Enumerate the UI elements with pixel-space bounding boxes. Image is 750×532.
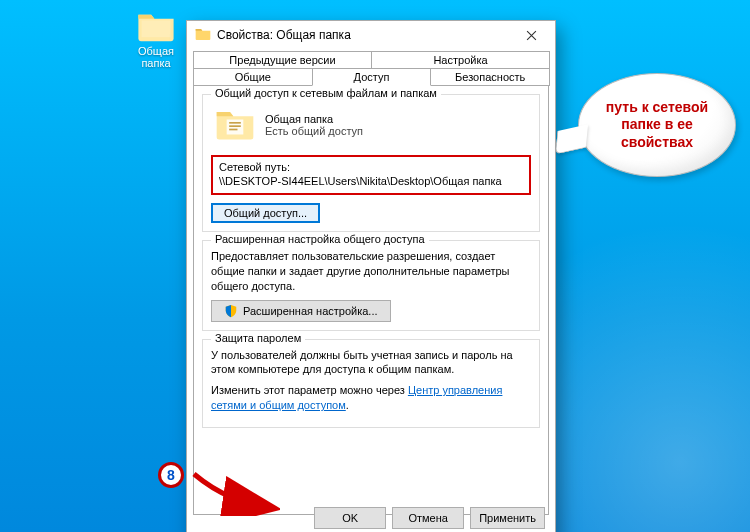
close-button[interactable]	[511, 23, 551, 47]
dialog-title: Свойства: Общая папка	[217, 28, 511, 42]
group-network-share: Общий доступ к сетевым файлам и папкам О…	[202, 94, 540, 232]
advanced-desc: Предоставляет пользовательские разрешени…	[211, 249, 531, 294]
svg-rect-1	[229, 122, 241, 124]
dialog-button-row: OK Отмена Применить	[314, 507, 545, 529]
tab-customize[interactable]: Настройка	[371, 51, 550, 69]
group-legend: Защита паролем	[211, 332, 305, 344]
group-advanced-sharing: Расширенная настройка общего доступа Пре…	[202, 240, 540, 331]
svg-rect-3	[229, 129, 237, 131]
svg-rect-2	[229, 125, 241, 127]
shield-icon	[224, 304, 238, 318]
share-button[interactable]: Общий доступ...	[211, 203, 320, 223]
close-icon	[526, 30, 537, 41]
folder-icon	[195, 27, 211, 43]
dot: .	[346, 399, 349, 411]
callout-text: путь к сетевой папке в ее свойствах	[578, 73, 736, 177]
change-prefix: Изменить этот параметр можно через	[211, 384, 408, 396]
titlebar[interactable]: Свойства: Общая папка	[187, 21, 555, 49]
share-status: Есть общий доступ	[265, 125, 363, 137]
apply-button[interactable]: Применить	[470, 507, 545, 529]
network-path-value[interactable]: \\DESKTOP-SI44EEL\Users\Nikita\Desktop\О…	[219, 175, 523, 187]
desktop-folder-label: Общая папка	[126, 45, 186, 69]
tab-sharing[interactable]: Доступ	[312, 68, 432, 86]
folder-icon	[136, 10, 176, 42]
advanced-sharing-button-label: Расширенная настройка...	[243, 305, 378, 317]
folder-icon	[215, 107, 255, 143]
password-change-line: Изменить этот параметр можно через Центр…	[211, 383, 531, 413]
cancel-button[interactable]: Отмена	[392, 507, 464, 529]
tab-panel-sharing: Общий доступ к сетевым файлам и папкам О…	[193, 85, 549, 515]
network-path-label: Сетевой путь:	[219, 161, 523, 173]
network-path-box: Сетевой путь: \\DESKTOP-SI44EEL\Users\Ni…	[211, 155, 531, 195]
tab-previous-versions[interactable]: Предыдущие версии	[193, 51, 372, 69]
annotation-callout: путь к сетевой папке в ее свойствах	[578, 73, 738, 177]
group-legend: Расширенная настройка общего доступа	[211, 233, 429, 245]
tab-strip: Предыдущие версии Настройка Общие Доступ…	[187, 49, 555, 86]
shared-folder-name: Общая папка	[265, 113, 363, 125]
group-password-protection: Защита паролем У пользователей должны бы…	[202, 339, 540, 428]
step-badge: 8	[158, 462, 184, 488]
tab-general[interactable]: Общие	[193, 68, 313, 86]
ok-button[interactable]: OK	[314, 507, 386, 529]
tab-security[interactable]: Безопасность	[430, 68, 550, 86]
password-desc: У пользователей должны быть учетная запи…	[211, 348, 531, 378]
group-legend: Общий доступ к сетевым файлам и папкам	[211, 87, 441, 99]
advanced-sharing-button[interactable]: Расширенная настройка...	[211, 300, 391, 322]
properties-dialog: Свойства: Общая папка Предыдущие версии …	[186, 20, 556, 532]
desktop-folder-shortcut[interactable]: Общая папка	[126, 10, 186, 69]
